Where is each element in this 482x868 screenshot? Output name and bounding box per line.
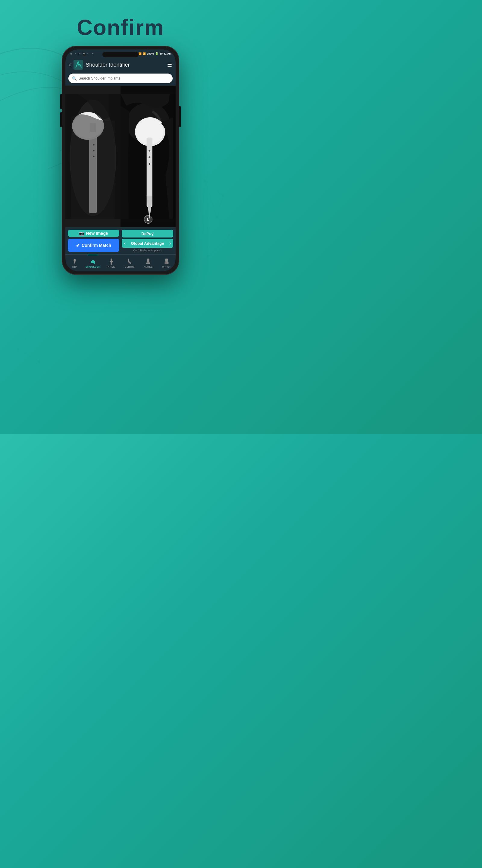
hip-icon bbox=[71, 258, 78, 265]
svg-line-5 bbox=[205, 181, 223, 196]
svg-point-32 bbox=[149, 156, 150, 158]
xray-left-image bbox=[65, 86, 121, 227]
voicemail-icon: ∞ bbox=[74, 53, 77, 55]
camera-icon: 📷 bbox=[79, 231, 84, 236]
nav-tab-knee[interactable]: KNEE bbox=[102, 255, 121, 271]
confirm-match-button[interactable]: ✔ Confirm Match bbox=[68, 239, 119, 252]
model-next-arrow[interactable]: › bbox=[169, 241, 171, 246]
nav-tab-shoulder[interactable]: SHOULDER bbox=[84, 255, 102, 271]
nav-tab-wrist[interactable]: WRIST bbox=[157, 255, 175, 271]
battery-icon: 🔋 bbox=[155, 52, 158, 55]
svg-line-14 bbox=[18, 350, 39, 362]
brand-label: DePuy bbox=[122, 230, 173, 238]
xray-right-panel: L bbox=[121, 86, 175, 227]
svg-line-8 bbox=[208, 235, 229, 256]
model-name-label: Global Advantage bbox=[131, 241, 164, 246]
nav-tab-elbow[interactable]: ELBOW bbox=[121, 255, 139, 271]
wrist-icon bbox=[163, 258, 170, 265]
svg-line-9 bbox=[205, 181, 217, 217]
nav-tab-ankle[interactable]: ANKLE bbox=[139, 255, 157, 271]
signal-icon: 📶 bbox=[143, 53, 146, 55]
page-title: Confirm bbox=[77, 15, 164, 40]
svg-rect-39 bbox=[165, 258, 168, 261]
phone-screen: ✉ ∞ DTV 🖼 F ✓ N 🔇 📶 📶 100% 🔋 10:32 AM bbox=[65, 50, 175, 271]
check-icon: ✓ bbox=[91, 53, 94, 55]
svg-point-2 bbox=[216, 216, 218, 218]
svg-point-31 bbox=[149, 150, 150, 152]
xray-right-image bbox=[121, 86, 175, 227]
app-title: Shoulder Identifier bbox=[86, 62, 165, 68]
search-input-wrap[interactable]: 🔍 Search Shoulder Implants bbox=[68, 73, 172, 83]
svg-point-10 bbox=[29, 330, 31, 333]
directv-icon: DTV bbox=[78, 53, 81, 55]
new-image-button[interactable]: 📷 New Image bbox=[68, 230, 119, 237]
l-badge: L bbox=[144, 215, 153, 224]
svg-point-0 bbox=[204, 180, 206, 182]
shoulder-tab-label: SHOULDER bbox=[86, 266, 100, 268]
model-prev-arrow[interactable]: ‹ bbox=[124, 241, 126, 246]
shoulder-icon bbox=[90, 258, 96, 265]
match-info-area: DePuy ‹ Global Advantage › Can't find yo… bbox=[122, 230, 173, 252]
search-bar-container: 🔍 Search Shoulder Implants bbox=[65, 72, 175, 86]
flip-icon: F bbox=[87, 53, 90, 55]
power-button bbox=[179, 106, 181, 127]
svg-point-1 bbox=[222, 195, 224, 197]
elbow-tab-label: ELBOW bbox=[125, 266, 134, 268]
phone-device: ✉ ∞ DTV 🖼 F ✓ N 🔇 📶 📶 100% 🔋 10:32 AM bbox=[62, 46, 179, 275]
confirm-checkmark-icon: ✔ bbox=[76, 243, 80, 248]
svg-point-33 bbox=[149, 163, 150, 165]
xray-left-panel bbox=[65, 86, 121, 227]
wrist-tab-label: WRIST bbox=[162, 266, 170, 268]
elbow-icon bbox=[127, 258, 133, 265]
svg-point-4 bbox=[207, 255, 209, 257]
svg-line-7 bbox=[217, 217, 229, 235]
confirm-match-label: Confirm Match bbox=[82, 243, 111, 248]
cant-find-link[interactable]: Can't find your implant? bbox=[122, 249, 173, 252]
xray-comparison-area: L bbox=[65, 86, 175, 227]
search-placeholder: Search Shoulder Implants bbox=[78, 76, 120, 81]
time-display: 10:32 AM bbox=[160, 52, 171, 55]
volume-up-button bbox=[60, 94, 62, 109]
svg-line-6 bbox=[217, 196, 223, 217]
new-image-label: New Image bbox=[86, 231, 108, 236]
ankle-tab-label: ANKLE bbox=[143, 266, 153, 268]
shoulder-active-indicator bbox=[87, 255, 98, 255]
svg-point-3 bbox=[228, 234, 230, 236]
app-logo bbox=[73, 60, 83, 70]
volume-down-button bbox=[60, 112, 62, 127]
phone-camera bbox=[84, 54, 86, 56]
mail-icon: ✉ bbox=[70, 53, 73, 55]
svg-rect-34 bbox=[93, 261, 95, 264]
search-icon: 🔍 bbox=[72, 76, 77, 81]
menu-button[interactable]: ☰ bbox=[167, 61, 172, 68]
nav-tab-hip[interactable]: HIP bbox=[65, 255, 84, 271]
action-area: 📷 New Image ✔ Confirm Match DePuy ‹ Glob… bbox=[65, 227, 175, 254]
svg-rect-37 bbox=[110, 262, 113, 264]
battery-percent: 100% bbox=[147, 52, 154, 55]
svg-point-16 bbox=[77, 61, 79, 63]
back-button[interactable]: ‹ bbox=[69, 61, 71, 69]
svg-point-36 bbox=[110, 260, 113, 262]
model-row[interactable]: ‹ Global Advantage › bbox=[122, 239, 173, 248]
phone-speaker bbox=[102, 52, 138, 57]
knee-tab-label: KNEE bbox=[107, 266, 115, 268]
svg-point-11 bbox=[17, 349, 19, 350]
svg-rect-38 bbox=[147, 258, 149, 262]
knee-icon bbox=[108, 258, 115, 265]
phone-screen-container: ✉ ∞ DTV 🖼 F ✓ N 🔇 📶 📶 100% 🔋 10:32 AM bbox=[65, 50, 175, 271]
svg-point-12 bbox=[38, 361, 40, 363]
ankle-icon bbox=[145, 258, 152, 265]
hip-tab-label: HIP bbox=[72, 266, 77, 268]
nav-tabs: HIP SHOULDER KNEE bbox=[65, 254, 175, 271]
app-header: ‹ Shoulder Identifier ☰ bbox=[65, 58, 175, 72]
svg-line-13 bbox=[18, 332, 30, 350]
wifi-icon: 📶 bbox=[138, 53, 141, 55]
status-icons-left: ✉ ∞ DTV 🖼 F ✓ bbox=[70, 53, 94, 55]
